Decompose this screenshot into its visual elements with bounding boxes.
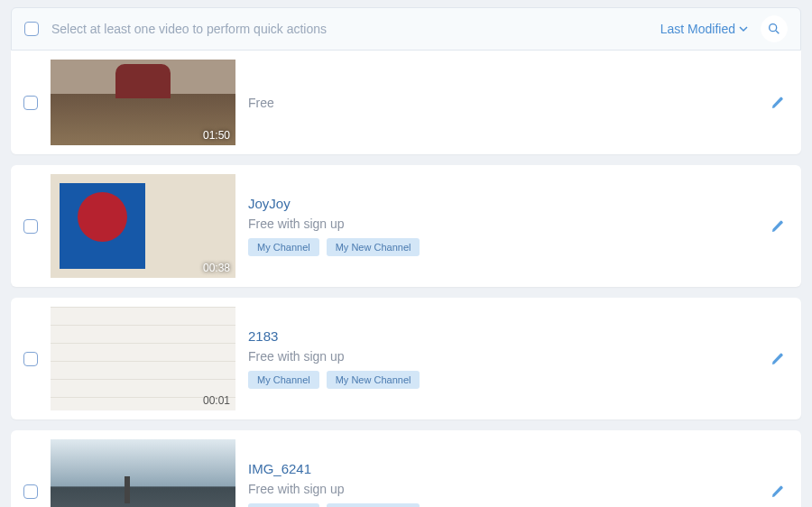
video-duration: 00:01	[203, 394, 230, 407]
video-duration: 00:38	[203, 262, 230, 274]
channel-chip[interactable]: My New Channel	[327, 371, 420, 389]
video-thumbnail[interactable]: 01:50	[51, 60, 235, 145]
svg-point-0	[770, 24, 777, 32]
video-thumbnail[interactable]: 00:35	[51, 439, 235, 507]
video-info: 2183 Free with sign up My Channel My New…	[248, 328, 754, 389]
pencil-icon	[770, 484, 785, 499]
edit-button[interactable]	[767, 216, 789, 237]
video-checkbox[interactable]	[23, 219, 38, 234]
svg-line-1	[776, 31, 779, 33]
video-card[interactable]: 01:50 Free	[11, 51, 801, 154]
chevron-down-icon	[739, 22, 748, 36]
video-access: Free with sign up	[248, 349, 754, 364]
header-hint: Select at least one video to perform qui…	[51, 22, 648, 36]
video-channels: My Channel My New Channel	[248, 371, 754, 389]
channel-chip[interactable]: My Channel	[248, 503, 319, 507]
video-info: Free	[248, 96, 754, 110]
video-info: IMG_6241 Free with sign up My Channel My…	[248, 461, 754, 507]
video-checkbox[interactable]	[23, 352, 38, 366]
video-thumbnail[interactable]: 00:01	[51, 307, 235, 410]
video-title: JoyJoy	[248, 196, 754, 211]
channel-chip[interactable]: My New Channel	[327, 503, 420, 507]
video-info: JoyJoy Free with sign up My Channel My N…	[248, 196, 754, 256]
video-title: 2183	[248, 328, 754, 344]
video-channels: My Channel My New Channel	[248, 238, 754, 256]
channel-chip[interactable]: My Channel	[248, 238, 319, 256]
video-access: Free with sign up	[248, 217, 754, 231]
search-icon	[767, 22, 781, 36]
video-card[interactable]: 00:01 2183 Free with sign up My Channel …	[11, 298, 801, 419]
channel-chip[interactable]: My Channel	[248, 371, 319, 389]
video-card[interactable]: 00:38 JoyJoy Free with sign up My Channe…	[11, 165, 801, 287]
video-title: IMG_6241	[248, 461, 754, 476]
list-header: Select at least one video to perform qui…	[11, 7, 801, 51]
edit-button[interactable]	[767, 348, 789, 370]
sort-label: Last Modified	[660, 22, 735, 36]
video-access: Free with sign up	[248, 482, 754, 496]
pencil-icon	[770, 96, 785, 110]
sort-dropdown[interactable]: Last Modified	[660, 22, 748, 36]
search-button[interactable]	[761, 15, 788, 42]
video-checkbox[interactable]	[23, 96, 38, 110]
edit-button[interactable]	[767, 481, 789, 502]
video-channels: My Channel My New Channel	[248, 503, 754, 507]
pencil-icon	[770, 219, 785, 234]
select-all-checkbox[interactable]	[24, 22, 39, 36]
video-checkbox[interactable]	[23, 484, 38, 499]
pencil-icon	[770, 352, 785, 366]
edit-button[interactable]	[767, 92, 789, 114]
video-duration: 01:50	[203, 129, 230, 142]
video-access: Free	[248, 96, 754, 110]
video-thumbnail[interactable]: 00:38	[51, 174, 235, 278]
channel-chip[interactable]: My New Channel	[327, 238, 420, 256]
video-card[interactable]: 00:35 IMG_6241 Free with sign up My Chan…	[11, 430, 801, 507]
video-list: 01:50 Free 00:38 JoyJoy Free with sign u…	[0, 51, 812, 507]
